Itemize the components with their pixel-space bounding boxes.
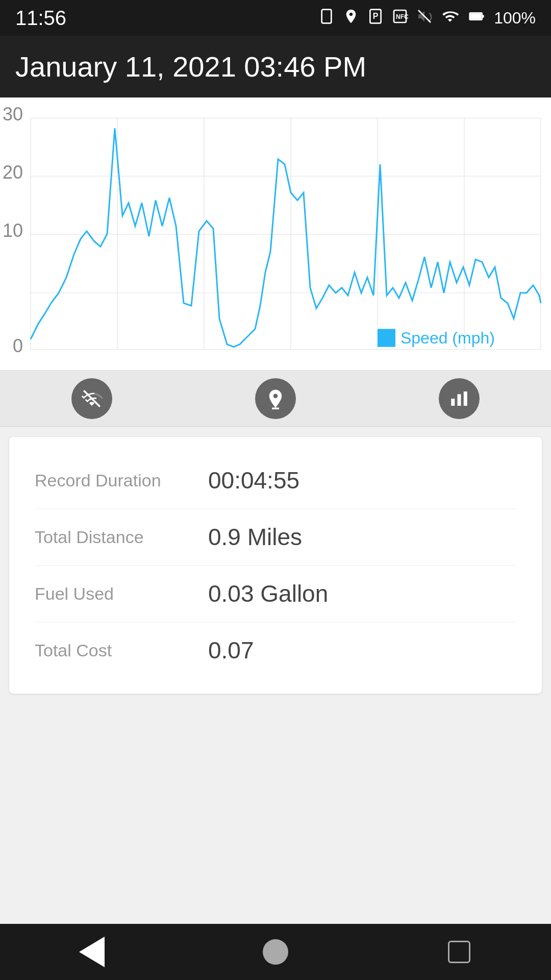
chart-container: 30 20 10 0 Speed (mph) — [0, 97, 551, 371]
header-title: January 11, 2021 03:46 PM — [15, 50, 536, 83]
toolbar — [0, 371, 551, 427]
stat-value-cost: 0.07 — [208, 636, 254, 664]
svg-rect-8 — [470, 13, 481, 19]
status-time: 11:56 — [15, 7, 66, 30]
stat-label-distance: Total Distance — [35, 527, 208, 547]
svg-text:0: 0 — [13, 335, 23, 356]
mute-icon — [416, 8, 433, 28]
app-header: January 11, 2021 03:46 PM — [0, 36, 551, 97]
recents-icon — [448, 941, 470, 963]
location-status-icon — [343, 8, 359, 28]
home-icon — [263, 939, 288, 965]
svg-text:Speed (mph): Speed (mph) — [400, 328, 495, 347]
svg-rect-0 — [322, 9, 332, 23]
stats-card: Record Duration 00:04:55 Total Distance … — [9, 437, 542, 694]
status-bar: 11:56 P NFC 100% — [0, 0, 551, 36]
status-icons: P NFC 100% — [318, 8, 536, 28]
stat-row-duration: Record Duration 00:04:55 — [35, 452, 516, 509]
stat-value-duration: 00:04:55 — [208, 467, 299, 494]
svg-rect-7 — [482, 15, 484, 17]
wifi-status-icon — [441, 8, 459, 28]
svg-rect-30 — [451, 399, 455, 406]
battery-percent: 100% — [494, 9, 536, 28]
speed-chart: 30 20 10 0 Speed (mph) — [0, 103, 551, 370]
stat-row-cost: Total Cost 0.07 — [35, 622, 516, 678]
parking-icon: P — [367, 8, 384, 28]
svg-text:30: 30 — [3, 104, 23, 125]
stat-value-fuel: 0.03 Gallon — [208, 580, 328, 607]
svg-text:NFC: NFC — [396, 13, 408, 20]
svg-text:10: 10 — [3, 220, 23, 241]
stat-label-cost: Total Cost — [35, 641, 208, 660]
location-toolbar-button[interactable] — [255, 378, 296, 419]
stat-label-fuel: Fuel Used — [35, 584, 208, 604]
phone-icon — [318, 8, 335, 28]
nav-bar — [0, 924, 551, 980]
stat-label-duration: Record Duration — [35, 471, 208, 491]
svg-text:P: P — [373, 12, 379, 20]
back-button[interactable] — [71, 932, 112, 972]
home-button[interactable] — [255, 932, 296, 972]
svg-rect-25 — [378, 329, 395, 347]
svg-rect-31 — [458, 394, 461, 406]
stat-row-distance: Total Distance 0.9 Miles — [35, 509, 516, 566]
svg-rect-32 — [464, 391, 467, 406]
chart-inner: 30 20 10 0 Speed (mph) — [0, 103, 551, 370]
recents-button[interactable] — [439, 932, 480, 972]
battery-icon — [467, 8, 486, 28]
stat-row-fuel: Fuel Used 0.03 Gallon — [35, 566, 516, 622]
back-icon — [79, 937, 105, 967]
stat-value-distance: 0.9 Miles — [208, 523, 302, 551]
nfc-icon: NFC — [392, 8, 408, 28]
chart-toolbar-button[interactable] — [439, 378, 480, 419]
svg-text:20: 20 — [3, 162, 23, 183]
wifi-toolbar-button[interactable] — [71, 378, 112, 419]
